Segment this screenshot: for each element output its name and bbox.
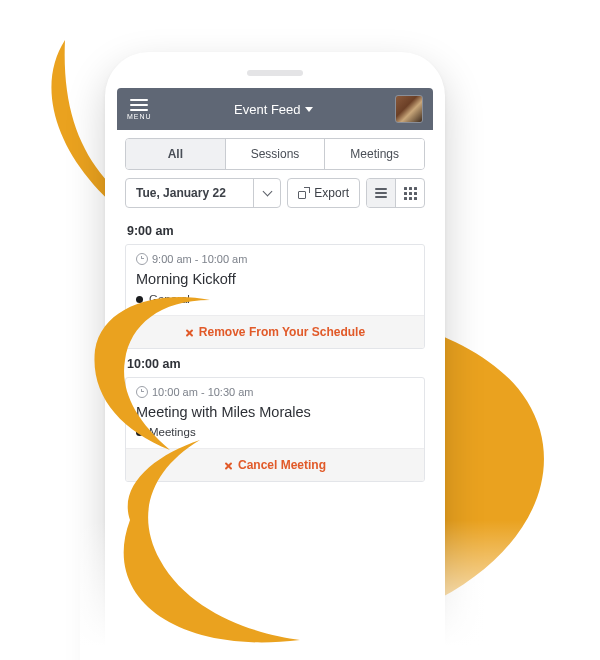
event-feed: 9:00 am 9:00 am - 10:00 am Morning Kicko… xyxy=(117,214,433,490)
event-time-range: 9:00 am - 10:00 am xyxy=(136,253,414,265)
tag-dot-icon xyxy=(136,429,143,436)
remove-from-schedule-button[interactable]: Remove From Your Schedule xyxy=(126,315,424,348)
export-label: Export xyxy=(314,186,349,200)
event-card: 9:00 am - 10:00 am Morning Kickoff Gener… xyxy=(125,244,425,349)
tag-dot-icon xyxy=(136,296,143,303)
phone-speaker xyxy=(247,70,303,76)
page-title: Event Feed xyxy=(234,102,301,117)
export-button[interactable]: Export xyxy=(287,178,360,208)
time-slot-label: 10:00 am xyxy=(127,357,423,371)
close-icon xyxy=(185,328,194,337)
phone-frame: MENU Event Feed All Sessions Meetings Tu… xyxy=(105,52,445,660)
view-grid-button[interactable] xyxy=(395,179,424,207)
view-toggle xyxy=(366,178,425,208)
menu-button[interactable]: MENU xyxy=(127,99,152,120)
export-icon xyxy=(298,188,309,199)
event-tag: Meetings xyxy=(136,426,414,438)
date-picker-toggle[interactable] xyxy=(253,179,280,207)
clock-icon xyxy=(136,386,148,398)
list-view-icon xyxy=(375,188,387,198)
menu-label: MENU xyxy=(127,113,152,120)
event-time-range: 10:00 am - 10:30 am xyxy=(136,386,414,398)
cancel-meeting-button[interactable]: Cancel Meeting xyxy=(126,448,424,481)
date-picker-value[interactable]: Tue, January 22 xyxy=(126,179,253,207)
title-dropdown[interactable]: Event Feed xyxy=(234,102,313,117)
close-icon xyxy=(224,461,233,470)
toolbar: Tue, January 22 Export xyxy=(125,178,425,208)
tab-sessions[interactable]: Sessions xyxy=(225,139,325,169)
time-slot-label: 9:00 am xyxy=(127,224,423,238)
avatar[interactable] xyxy=(395,95,423,123)
filter-tabs: All Sessions Meetings xyxy=(125,138,425,170)
tab-meetings[interactable]: Meetings xyxy=(324,139,424,169)
title-bar: MENU Event Feed xyxy=(117,88,433,130)
event-card: 10:00 am - 10:30 am Meeting with Miles M… xyxy=(125,377,425,482)
event-title: Meeting with Miles Morales xyxy=(136,404,414,420)
hamburger-icon xyxy=(130,99,148,111)
event-tag: General xyxy=(136,293,414,305)
view-list-button[interactable] xyxy=(367,179,395,207)
date-picker: Tue, January 22 xyxy=(125,178,281,208)
tab-all[interactable]: All xyxy=(126,139,225,169)
app-screen: MENU Event Feed All Sessions Meetings Tu… xyxy=(117,88,433,660)
chevron-down-icon xyxy=(262,187,272,197)
grid-view-icon xyxy=(404,187,417,200)
caret-down-icon xyxy=(305,107,313,112)
event-title: Morning Kickoff xyxy=(136,271,414,287)
clock-icon xyxy=(136,253,148,265)
